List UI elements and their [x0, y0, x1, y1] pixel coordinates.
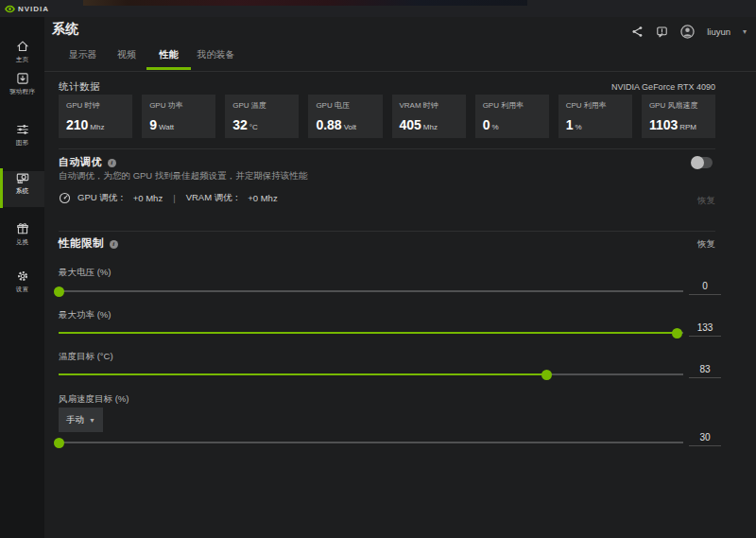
- gpu-tune-label: GPU 调优：: [77, 192, 127, 204]
- slider-handle[interactable]: [54, 286, 64, 297]
- slider-value-max-power[interactable]: 133: [689, 322, 721, 337]
- gpu-name: NVIDIA GeForce RTX 4090: [611, 82, 715, 92]
- stat-label: GPU 电压: [316, 100, 374, 111]
- tab-label: 显示器: [69, 49, 97, 60]
- slider-fill: [59, 332, 677, 334]
- stat-cards: GPU 时钟 210Mhz GPU 功率 9Watt GPU 温度 32°C G…: [59, 95, 715, 138]
- slider-fan-target[interactable]: [59, 442, 683, 443]
- header-actions: liuyun ▾: [631, 25, 747, 39]
- stat-label: VRAM 时钟: [400, 100, 458, 111]
- sidebar-item-label: 图形: [1, 138, 43, 148]
- tab-performance[interactable]: 性能: [146, 48, 191, 71]
- slider-handle[interactable]: [672, 328, 682, 338]
- stat-value: 1: [566, 117, 574, 132]
- slider-label-max-power: 最大功率 (%): [59, 309, 111, 321]
- feedback-icon[interactable]: [656, 26, 668, 38]
- slider-max-voltage[interactable]: [59, 290, 683, 292]
- auto-tune-restore-button[interactable]: 恢复: [697, 195, 715, 207]
- tab-display[interactable]: 显示器: [60, 48, 105, 71]
- stat-label: CPU 利用率: [566, 100, 625, 111]
- share-icon[interactable]: [631, 26, 644, 38]
- tab-label: 我的装备: [198, 49, 235, 60]
- slider-max-power[interactable]: [59, 332, 683, 334]
- stat-unit: %: [576, 123, 582, 131]
- divider: [59, 148, 715, 149]
- stat-unit: %: [491, 123, 498, 131]
- sidebar-item-redeem[interactable]: 兑换: [0, 222, 44, 258]
- gpu-card-icon: [16, 171, 29, 184]
- slider-handle[interactable]: [54, 438, 64, 448]
- stat-label: GPU 利用率: [483, 100, 541, 111]
- gauge-icon: [59, 192, 71, 204]
- tab-my-rig[interactable]: 我的装备: [194, 48, 238, 71]
- slider-value-max-voltage[interactable]: 0: [689, 281, 721, 295]
- vram-tune-value: +0 Mhz: [248, 193, 277, 203]
- slider-label-max-voltage: 最大电压 (%): [59, 267, 111, 279]
- stat-unit: Mhz: [423, 123, 438, 131]
- stat-value: 0.88: [316, 117, 341, 132]
- stat-label: GPU 功率: [149, 100, 208, 111]
- gpu-tune-value: +0 Mhz: [133, 193, 163, 203]
- fan-mode-value: 手动: [66, 414, 84, 426]
- stat-value: 405: [400, 117, 421, 132]
- sidebar-item-label: 驱动程序: [1, 87, 43, 96]
- chevron-down-icon[interactable]: ▾: [743, 27, 747, 36]
- stat-unit: Volt: [344, 123, 356, 131]
- tab-video[interactable]: 视频: [110, 48, 144, 71]
- stat-card-gpu-temp: GPU 温度 32°C: [225, 95, 299, 138]
- sliders-icon: [16, 123, 29, 136]
- stats-section-title: 统计数据: [59, 80, 100, 94]
- separator: |: [173, 193, 175, 203]
- tab-label: 视频: [117, 49, 136, 60]
- stat-card-gpu-voltage: GPU 电压 0.88Volt: [308, 95, 382, 138]
- perf-limits-restore-button[interactable]: 恢复: [697, 238, 715, 251]
- stat-value: 9: [149, 117, 157, 132]
- toggle-knob: [691, 156, 704, 169]
- stat-label: GPU 温度: [232, 100, 291, 111]
- stat-card-fan-speed: GPU 风扇速度 1103RPM: [642, 95, 715, 138]
- sidebar-item-drivers[interactable]: 驱动程序: [0, 72, 44, 108]
- info-icon[interactable]: i: [110, 240, 118, 249]
- slider-label-temp-target: 温度目标 (°C): [59, 351, 113, 363]
- nvidia-app-window: NVIDIA 主页 驱动程序 图形: [0, 0, 756, 538]
- slider-handle[interactable]: [541, 370, 552, 380]
- stat-label: GPU 时钟: [66, 100, 125, 111]
- sidebar-item-label: 主页: [1, 55, 43, 64]
- avatar[interactable]: [680, 25, 695, 39]
- tabbar: 显示器 视频 性能 我的装备: [44, 45, 756, 72]
- fan-mode-dropdown[interactable]: 手动 ▼: [59, 408, 103, 432]
- background-window-sliver: [83, 0, 527, 6]
- titlebar: NVIDIA: [0, 0, 756, 17]
- page-title: 系统: [52, 21, 78, 38]
- sidebar-item-home[interactable]: 主页: [0, 40, 44, 76]
- stat-unit: °C: [249, 123, 258, 131]
- active-tab-underline: [146, 67, 191, 70]
- gift-icon: [16, 222, 29, 235]
- sidebar-item-graphics[interactable]: 图形: [0, 123, 44, 159]
- stat-value: 0: [483, 117, 490, 132]
- stat-unit: RPM: [679, 123, 696, 131]
- stat-card-vram-clock: VRAM 时钟 405Mhz: [392, 95, 466, 138]
- stat-value: 210: [66, 117, 88, 132]
- auto-tune-toggle[interactable]: [692, 157, 713, 168]
- slider-fill: [59, 373, 546, 375]
- sidebar-item-label: 兑换: [1, 237, 43, 247]
- slider-value-temp-target[interactable]: 83: [689, 364, 721, 378]
- tab-label: 性能: [160, 49, 179, 60]
- slider-value-fan-target[interactable]: 30: [689, 432, 721, 446]
- stat-unit: Mhz: [90, 123, 104, 131]
- gear-icon: [16, 269, 29, 283]
- brand-text: NVIDIA: [18, 5, 49, 13]
- sidebar-item-label: 设置: [1, 285, 43, 294]
- slider-temp-target[interactable]: [59, 373, 683, 375]
- slider-label-fan-target: 风扇速度目标 (%): [59, 393, 129, 406]
- info-icon[interactable]: i: [108, 159, 116, 167]
- sidebar-item-system[interactable]: 系统: [0, 171, 44, 207]
- tune-values-row: GPU 调优： +0 Mhz | VRAM 调优： +0 Mhz: [59, 192, 278, 204]
- stat-label: GPU 风扇速度: [649, 100, 708, 111]
- home-icon: [16, 40, 29, 53]
- divider: [59, 231, 715, 232]
- sidebar-item-settings[interactable]: 设置: [0, 269, 44, 305]
- username[interactable]: liuyun: [707, 26, 730, 37]
- stat-card-gpu-util: GPU 利用率 0%: [475, 95, 549, 138]
